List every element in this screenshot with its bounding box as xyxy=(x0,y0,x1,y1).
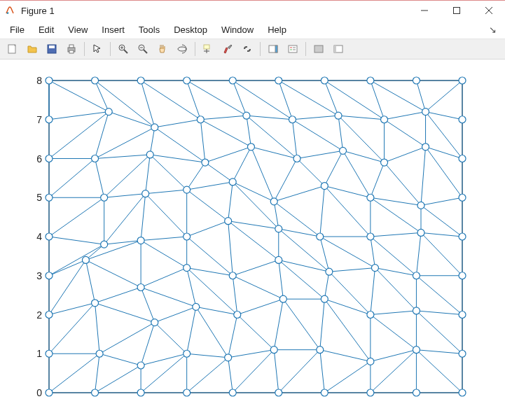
menu-file[interactable]: File xyxy=(3,22,32,37)
graph-node xyxy=(459,233,466,240)
svg-text:6: 6 xyxy=(36,153,42,164)
graph-node xyxy=(459,155,466,162)
graph-node xyxy=(92,155,99,162)
graph-node xyxy=(137,362,144,369)
graph-node xyxy=(340,147,347,154)
menu-window[interactable]: Window xyxy=(214,22,261,37)
rotate-3d-button[interactable] xyxy=(173,41,191,57)
graph-node xyxy=(422,144,429,150)
graph-node xyxy=(184,265,191,272)
graph-node xyxy=(321,295,328,302)
graph-node xyxy=(184,389,191,396)
insert-legend-button[interactable] xyxy=(284,41,302,57)
minimize-button[interactable] xyxy=(408,1,441,20)
graph-node xyxy=(101,194,108,201)
graph-node xyxy=(151,124,158,131)
graph-node xyxy=(289,116,296,123)
graph-node xyxy=(367,358,374,365)
zoom-in-button[interactable] xyxy=(114,41,132,57)
data-cursor-button[interactable] xyxy=(199,41,217,57)
graph-node xyxy=(229,178,236,186)
menubar: File Edit View Insert Tools Desktop Wind… xyxy=(0,20,505,38)
graph-node xyxy=(234,312,241,318)
save-button[interactable] xyxy=(43,41,61,57)
graph-node xyxy=(459,272,466,279)
zoom-out-button[interactable] xyxy=(134,41,152,57)
graph-node xyxy=(367,233,374,240)
svg-rect-31 xyxy=(49,80,462,393)
menu-edit[interactable]: Edit xyxy=(32,22,61,37)
graph-node xyxy=(101,241,108,248)
graph-node xyxy=(459,350,466,357)
titlebar: Figure 1 xyxy=(0,1,505,20)
graph-node xyxy=(229,389,236,396)
graph-node xyxy=(92,389,99,396)
close-button[interactable] xyxy=(473,1,505,20)
pan-button[interactable] xyxy=(153,41,172,57)
svg-text:0: 0 xyxy=(36,387,42,398)
toolbar-separator xyxy=(195,42,195,56)
graph-node xyxy=(381,159,388,166)
new-figure-button[interactable] xyxy=(4,41,22,57)
graph-node xyxy=(247,144,254,150)
svg-rect-4 xyxy=(8,45,15,53)
graph-node xyxy=(46,77,53,84)
graph-node xyxy=(293,155,300,162)
svg-rect-6 xyxy=(49,46,55,48)
svg-rect-30 xyxy=(334,46,336,52)
pointer-button[interactable] xyxy=(88,41,106,57)
svg-text:3: 3 xyxy=(36,270,42,281)
svg-rect-9 xyxy=(69,50,74,53)
svg-line-11 xyxy=(124,50,127,53)
graph-node xyxy=(225,354,232,361)
brush-button[interactable] xyxy=(219,41,237,57)
svg-rect-8 xyxy=(69,45,74,48)
graph-node xyxy=(46,389,53,396)
menu-desktop[interactable]: Desktop xyxy=(167,22,214,37)
menu-insert[interactable]: Insert xyxy=(95,22,132,37)
menu-help[interactable]: Help xyxy=(261,22,293,37)
graph-node xyxy=(367,194,374,201)
graph-node xyxy=(96,350,103,357)
graph-node xyxy=(151,319,158,326)
print-button[interactable] xyxy=(62,41,81,57)
figure-area[interactable]: 012345678 xyxy=(0,59,505,420)
graph-node xyxy=(184,350,191,357)
graph-node xyxy=(46,116,53,123)
graph-node xyxy=(146,151,153,158)
graph-node xyxy=(321,183,328,190)
graph-node xyxy=(279,295,286,302)
insert-colorbar-button[interactable] xyxy=(264,41,282,57)
graph-node xyxy=(202,159,209,166)
svg-rect-1 xyxy=(454,8,460,14)
menu-tools[interactable]: Tools xyxy=(132,22,167,37)
menu-view[interactable]: View xyxy=(61,22,95,37)
link-button[interactable] xyxy=(238,41,256,57)
hide-tools-button[interactable] xyxy=(310,41,328,57)
graph-node xyxy=(137,237,144,244)
graph-node xyxy=(321,389,328,396)
graph-node xyxy=(371,265,378,272)
svg-rect-18 xyxy=(204,45,209,49)
graph-node xyxy=(243,112,250,119)
graph-node xyxy=(317,346,324,354)
svg-rect-28 xyxy=(314,46,323,52)
graph-node xyxy=(193,303,200,310)
show-tools-button[interactable] xyxy=(329,41,347,57)
svg-rect-23 xyxy=(289,46,297,52)
maximize-button[interactable] xyxy=(441,1,473,20)
svg-text:8: 8 xyxy=(36,75,42,86)
open-button[interactable] xyxy=(23,41,41,57)
graph-node xyxy=(142,190,149,197)
graph-node xyxy=(367,312,374,318)
svg-rect-22 xyxy=(275,46,277,52)
anchor-icon[interactable]: ↘ xyxy=(483,24,502,35)
toolbar-separator xyxy=(110,42,111,56)
graph-node xyxy=(137,77,144,84)
graph-node xyxy=(225,218,232,225)
svg-text:1: 1 xyxy=(36,348,42,359)
svg-point-17 xyxy=(178,47,186,51)
axes[interactable]: 012345678 xyxy=(0,59,483,414)
figure-window: Figure 1 File Edit View Insert Tools Des… xyxy=(0,0,505,420)
graph-node xyxy=(417,202,424,209)
